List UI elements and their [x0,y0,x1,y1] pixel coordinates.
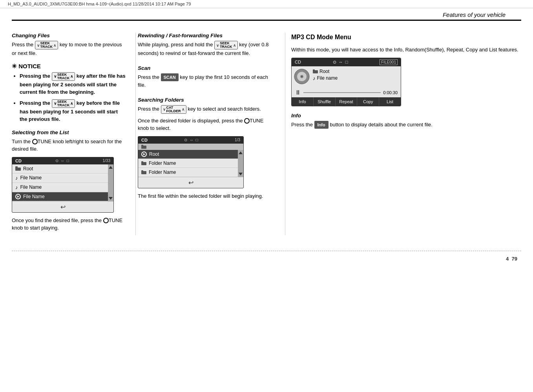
col-divider-1 [135,33,136,235]
svg-rect-0 [15,168,21,171]
info-button: Info [314,121,329,129]
menu-item-copy[interactable]: Copy [357,97,379,106]
svg-rect-7 [141,170,143,171]
back-button[interactable]: ↩ [60,203,66,211]
play-circle-icon [15,194,21,199]
cd-screen-2-header: CD ⊙ ↔ □ 1/3 [138,137,243,144]
cd-screen-1-footer: ↩ [12,201,113,212]
mp3-title: MP3 CD Mode Menu [291,33,521,42]
file-num-3: FILEFILE 001001 [380,59,398,65]
right-column: MP3 CD Mode Menu Within this mode, you w… [287,33,521,235]
menu-item-shuffle[interactable]: Shuffle [314,97,336,106]
cd-screen-2-body: Root Folder Name [138,150,243,177]
notice-item-2: Pressing the ∨ SEEKTRACK ∧ key before th… [20,99,126,123]
searching-body: Press the ∨ CATFOLDER ∧ key to select an… [138,105,275,114]
svg-rect-2 [141,146,146,149]
notice-title: ✳ NOTICE [12,63,126,70]
col-divider-2 [285,33,285,235]
scroll-up-button-2[interactable] [239,151,243,154]
cd-menu-bar: Info Shuffle Repeat Copy List [292,97,401,106]
svg-rect-13 [313,69,315,71]
cd-screen-3: CD ⊙ ↔ □ FILEFILE 001001 [291,58,401,106]
file-row: ♪ File name [313,75,398,81]
list-item: Folder Name [138,168,238,177]
cd-list-1: Root ♪ File Name ♪ File Name [12,164,108,201]
disc-icon [294,69,310,86]
svg-rect-1 [15,166,18,168]
cd-icons-1: ⊙ ↔ □ [55,159,69,163]
menu-item-info[interactable]: Info [292,97,314,106]
selecting-title: Selecting from the List [12,129,126,135]
info-title: Info [291,113,521,119]
chevron-down-icon: ∨ [37,42,40,48]
left-column: Changing Files Press the ∨ SEEKTRACK ∧ k… [12,33,133,235]
svg-point-11 [301,76,303,77]
svg-rect-3 [141,145,143,146]
changing-files-body: Press the ∨ SEEKTRACK ∧ key to move to t… [12,41,126,57]
list-item: Root [138,150,238,159]
cd-label-2: CD [141,138,148,142]
cd-screen-2-footer: ↩ [138,177,243,188]
scroll-down-button[interactable] [109,197,113,200]
list-item: ♪ File Name [12,173,108,183]
pause-icon: ⏸ [295,89,301,96]
tune-knob-icon [32,139,38,144]
main-content: Changing Files Press the ∨ SEEKTRACK ∧ k… [0,29,533,243]
cd-icons-3: ⊙ ↔ □ [333,60,348,65]
folder-row: Root [313,69,398,74]
mid-column: Rewinding / Fast-forwarding Files While … [138,33,283,235]
cd-list-2: Root Folder Name [138,150,238,177]
file-count-1: 1/33 [103,159,110,163]
changing-files-title: Changing Files [12,33,126,38]
tune-knob-icon-3 [244,118,250,124]
cd-track-info: Root ♪ File name [313,69,398,86]
page-number: 4 79 [0,254,533,263]
time-display: 0:00:30 [383,90,398,95]
scroll-up-button[interactable] [109,166,113,169]
svg-rect-4 [141,162,146,165]
list-item-selected: File Name [12,192,108,201]
pause-row: ⏸ 0:00:30 [292,88,401,97]
notice-list: Pressing the ∨ SEEKTRACK ∧ key after the… [12,72,126,123]
folder-icon-5 [313,69,318,73]
top-bar-text: H_MD_A3.0_AUDIO_3XMU7G3E00:BH hma 4-109~… [8,2,191,6]
notice-item-1: Pressing the ∨ SEEKTRACK ∧ key after the… [20,72,126,96]
selecting-body: Turn the TUNE knob left/right to search … [12,138,126,153]
folder-icon-2 [141,145,146,149]
cd-icons-2: ⊙ ↔ □ [184,138,198,142]
cd-screen-3-body: Root ♪ File name [292,66,401,88]
back-button-2[interactable]: ↩ [188,179,193,186]
cd-screen-1: CD ⊙ ↔ □ 1/33 Root ♪ [12,157,114,213]
seek-track-key-3: ∨ SEEKTRACK ∧ [52,99,75,108]
tune-knob-icon-2 [103,218,109,223]
top-bar: H_MD_A3.0_AUDIO_3XMU7G3E00:BH hma 4-109~… [0,0,533,8]
music-icon: ♪ [15,184,18,190]
rewinding-body: While playing, press and hold the ∨ SEEK… [138,41,275,57]
scan-button: SCAN [161,73,179,82]
svg-rect-6 [141,171,146,174]
features-title: Features of your vehicle [12,8,521,21]
footer-rule [12,251,521,251]
cd-screen-3-header: CD ⊙ ↔ □ FILEFILE 001001 [292,58,401,66]
searching-body-2: Once the desired folder is displayed, pr… [138,117,275,132]
selecting-body-2: Once you find the desired file, press th… [12,217,126,232]
list-item: ♪ File Name [12,183,108,192]
music-note-icon: ♪ [313,75,316,81]
list-item: Root [12,164,108,173]
scroll-down-button-2[interactable] [239,173,243,175]
play-circle-icon [141,151,147,157]
scan-body: Press the SCAN key to play the first 10 … [138,73,275,89]
searching-title: Searching Folders [138,97,275,103]
play-triangle-icon [17,195,19,198]
cat-folder-key: ∨ CATFOLDER ∧ [161,105,186,114]
folder-icon-4 [141,170,146,174]
menu-item-repeat[interactable]: Repeat [336,97,358,106]
cd-scrollbar-2[interactable] [238,150,243,177]
notice-box: ✳ NOTICE Pressing the ∨ SEEKTRACK ∧ key … [12,63,126,123]
cd-scrollbar-1[interactable] [108,164,113,201]
menu-item-list[interactable]: List [379,97,401,106]
file-count-2: 1/3 [235,138,240,142]
cat-folder-label: CATFOLDER [166,106,181,113]
svg-rect-5 [141,161,143,162]
seek-track-key-1: ∨ SEEKTRACK ∧ [35,41,58,49]
